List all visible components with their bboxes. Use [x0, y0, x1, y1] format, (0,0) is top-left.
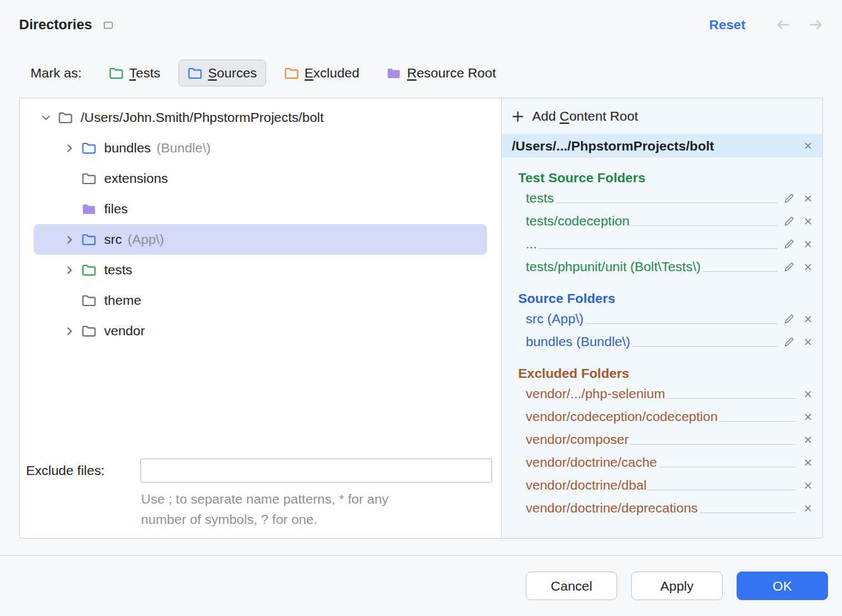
content-root-pane: Add Content Root /Users/.../PhpstormProj… [501, 98, 822, 538]
ok-button[interactable]: OK [737, 572, 828, 600]
back-arrow-icon[interactable] [775, 17, 791, 33]
tree-item-tests[interactable]: tests [34, 255, 487, 285]
reset-button[interactable]: Reset [709, 17, 745, 32]
test-source-folders-title: Test Source Folders [518, 170, 817, 185]
edit-icon[interactable] [779, 234, 798, 253]
mark-as-tests-button[interactable]: Tests [100, 60, 170, 86]
tree-item-label: /Users/John.Smith/PhpstormProjects/bolt [81, 110, 324, 125]
remove-icon[interactable] [798, 407, 817, 426]
folder-sections: Test Source Folders tests tests/codecept… [502, 157, 822, 538]
source-folders-title: Source Folders [518, 291, 817, 306]
tree-item-suffix: (Bundle\) [157, 140, 211, 156]
settings-node-icon [102, 19, 114, 31]
tree-item-label: vendor [104, 323, 145, 338]
mark-as-resource-root-button[interactable]: Resource Root [377, 60, 505, 86]
chevron-right-icon[interactable] [57, 234, 81, 246]
tree-item-label: src [104, 232, 122, 247]
mark-as-sources-button[interactable]: Sources [178, 60, 266, 86]
forward-arrow-icon[interactable] [808, 17, 824, 33]
project-tree-pane: /Users/John.Smith/PhpstormProjects/bolt … [20, 98, 501, 538]
remove-icon[interactable] [798, 234, 817, 253]
add-content-root-label: Add Content Root [532, 109, 638, 124]
mark-as-resource-root-label: Resource Root [407, 65, 496, 81]
chevron-right-icon[interactable] [57, 264, 81, 276]
tree-item-bundles[interactable]: bundles (Bundle\) [34, 133, 487, 163]
folder-item-label: tests [526, 191, 554, 206]
resource-root-folder-icon [81, 201, 97, 217]
folder-item-label: vendor/doctrine/cache [526, 455, 657, 470]
folder-item-label: tests/codeception [526, 213, 629, 229]
tests-folder-icon [109, 65, 124, 81]
test-folder-icon [81, 262, 97, 278]
exclude-files-area: Exclude files: Use ; to separate name pa… [20, 459, 501, 533]
edit-icon[interactable] [779, 211, 798, 231]
chevron-right-icon[interactable] [57, 142, 81, 154]
tree-item-label: files [104, 201, 128, 217]
mark-as-tests-label: Tests [130, 65, 161, 81]
tree-item-root[interactable]: /Users/John.Smith/PhpstormProjects/bolt [34, 102, 487, 133]
mark-as-label: Mark as: [30, 65, 82, 81]
add-content-root-button[interactable]: Add Content Root [502, 98, 822, 134]
source-folder-item: bundles (Bundle\) [518, 330, 817, 353]
remove-icon[interactable] [798, 430, 817, 449]
edit-icon[interactable] [779, 257, 798, 276]
edit-icon[interactable] [779, 332, 798, 351]
exclude-files-input[interactable] [140, 459, 492, 483]
remove-content-root-icon[interactable] [798, 137, 817, 156]
tree-item-theme[interactable]: theme [34, 285, 487, 316]
history-nav [775, 17, 824, 33]
page-title: Directories [19, 17, 92, 33]
mark-as-excluded-button[interactable]: Excluded [275, 60, 368, 86]
mark-as-toolbar: Mark as: Tests Sources Excluded Resource… [30, 60, 842, 86]
mark-as-excluded-label: Excluded [305, 65, 359, 81]
tree-item-vendor[interactable]: vendor [34, 316, 487, 346]
source-folder-item: src (App\) [518, 307, 817, 330]
source-folder-icon [81, 232, 97, 247]
remove-icon[interactable] [798, 309, 817, 328]
content-root-header[interactable]: /Users/.../PhpstormProjects/bolt [502, 134, 822, 157]
apply-button[interactable]: Apply [631, 572, 723, 600]
remove-icon[interactable] [798, 499, 817, 518]
dialog-header: Directories Reset [0, 0, 842, 33]
test-source-folder-item: tests/codeception [518, 210, 817, 232]
chevron-right-icon[interactable] [57, 325, 81, 337]
folder-item-label: tests/phpunit/unit (Bolt\Tests\) [526, 259, 700, 274]
remove-icon[interactable] [798, 476, 817, 495]
tree-item-src[interactable]: src (App\) [34, 224, 487, 255]
remove-icon[interactable] [798, 453, 817, 472]
plus-icon [512, 110, 524, 123]
exclude-files-hint: Use ; to separate name patterns, * for a… [141, 489, 492, 529]
excluded-folder-item: vendor/.../php-selenium [518, 382, 817, 405]
excluded-folder-item: vendor/codeception/codeception [518, 405, 817, 428]
folder-icon [81, 171, 97, 186]
chevron-down-icon[interactable] [34, 112, 58, 124]
directories-panel: /Users/John.Smith/PhpstormProjects/bolt … [19, 98, 823, 539]
edit-icon[interactable] [779, 189, 798, 208]
remove-icon[interactable] [798, 189, 817, 208]
folder-item-label: vendor/doctrine/deprecations [526, 500, 698, 516]
edit-icon[interactable] [779, 309, 798, 328]
test-source-folder-item: tests [518, 187, 817, 210]
folder-item-label: vendor/doctrine/dbal [526, 478, 646, 493]
source-folder-icon [81, 140, 97, 156]
tree-item-files[interactable]: files [34, 194, 487, 224]
folder-icon [58, 110, 73, 125]
tree-item-label: theme [104, 293, 141, 308]
excluded-folders-title: Excluded Folders [518, 366, 817, 381]
test-source-folder-item: ... [518, 232, 817, 255]
excluded-folder-icon [284, 65, 299, 81]
folder-item-label: bundles (Bundle\) [526, 334, 631, 349]
folder-item-label: vendor/composer [526, 432, 629, 447]
cancel-button[interactable]: Cancel [526, 572, 617, 600]
folder-icon [81, 293, 97, 308]
tree-item-extensions[interactable]: extensions [34, 163, 487, 194]
remove-icon[interactable] [798, 257, 817, 276]
remove-icon[interactable] [798, 384, 817, 403]
mark-as-sources-label: Sources [208, 65, 257, 81]
tree-item-suffix: (App\) [128, 232, 164, 247]
remove-icon[interactable] [798, 211, 817, 231]
tree-item-label: tests [104, 262, 132, 278]
remove-icon[interactable] [798, 332, 817, 351]
folder-icon [81, 323, 97, 338]
content-root-path: /Users/.../PhpstormProjects/bolt [512, 138, 714, 154]
